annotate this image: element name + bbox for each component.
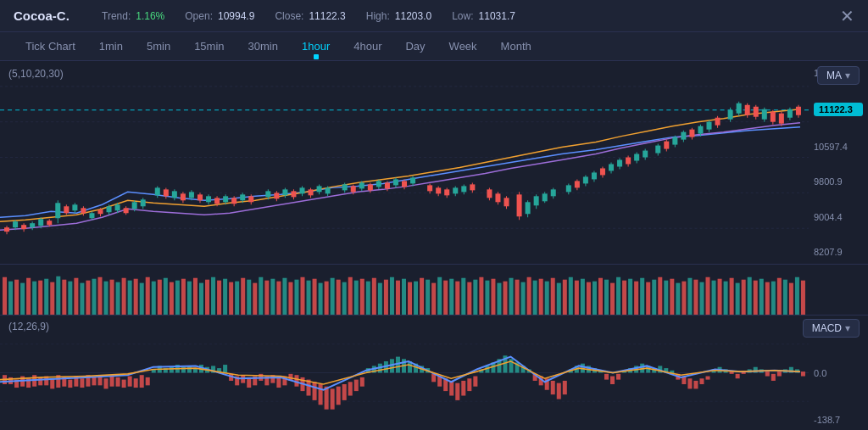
svg-rect-282 (610, 283, 615, 315)
svg-rect-15 (38, 219, 43, 226)
svg-rect-265 (509, 278, 514, 315)
svg-rect-109 (470, 184, 475, 190)
svg-rect-229 (294, 280, 298, 315)
svg-rect-448 (777, 371, 782, 376)
svg-rect-441 (736, 374, 740, 378)
svg-rect-137 (609, 164, 614, 170)
svg-rect-240 (360, 279, 364, 315)
tf-5min[interactable]: 5min (135, 36, 182, 56)
tf-4hour[interactable]: 4hour (342, 36, 393, 56)
tf-month[interactable]: Month (489, 36, 543, 56)
svg-rect-314 (801, 281, 805, 315)
macd-chevron-icon: ▾ (845, 322, 850, 334)
svg-rect-337 (116, 377, 120, 387)
ma-params-label: (5,10,20,30) (8, 68, 64, 80)
svg-rect-243 (378, 283, 382, 315)
svg-rect-364 (276, 377, 281, 388)
svg-rect-185 (32, 282, 36, 315)
svg-rect-55 (214, 198, 220, 204)
svg-rect-103 (444, 189, 449, 195)
svg-rect-167 (745, 105, 750, 115)
close-label: Close: (275, 10, 303, 22)
svg-rect-231 (307, 281, 311, 315)
svg-rect-163 (728, 110, 733, 120)
svg-rect-301 (724, 282, 728, 315)
ma-label: MA (826, 70, 842, 81)
svg-rect-49 (189, 192, 194, 198)
svg-rect-341 (140, 375, 144, 388)
svg-rect-186 (38, 281, 42, 315)
svg-rect-303 (736, 283, 740, 315)
svg-rect-291 (664, 281, 668, 315)
macd-indicator-control[interactable]: MACD ▾ (803, 319, 860, 338)
svg-rect-205 (152, 282, 156, 315)
svg-rect-396 (467, 378, 471, 391)
svg-rect-419 (604, 374, 609, 380)
svg-rect-222 (253, 283, 257, 315)
svg-rect-105 (453, 187, 458, 193)
svg-rect-71 (291, 191, 296, 197)
svg-rect-93 (393, 179, 398, 185)
candlestick-chart[interactable]: (5,10,20,30) MA ▾ 11393.9 11122.3 10597.… (0, 61, 868, 265)
svg-rect-257 (461, 278, 465, 315)
tf-day[interactable]: Day (393, 36, 437, 56)
svg-rect-224 (264, 281, 269, 315)
ma-pill[interactable]: MA ▾ (817, 66, 860, 85)
svg-rect-200 (122, 278, 126, 315)
svg-rect-302 (730, 278, 734, 315)
tf-15min[interactable]: 15min (182, 36, 236, 56)
svg-rect-279 (593, 282, 597, 315)
tf-tick-chart[interactable]: Tick Chart (14, 36, 87, 56)
svg-rect-335 (104, 378, 108, 388)
svg-rect-9 (13, 221, 18, 227)
svg-rect-329 (68, 380, 72, 388)
svg-rect-45 (172, 191, 177, 198)
svg-rect-237 (342, 282, 347, 315)
svg-rect-259 (473, 280, 477, 315)
svg-rect-346 (170, 367, 174, 373)
svg-rect-223 (259, 277, 263, 315)
svg-rect-181 (8, 282, 13, 315)
svg-rect-69 (282, 189, 287, 195)
svg-rect-63 (248, 196, 253, 202)
low-value: 11031.7 (479, 10, 515, 22)
svg-rect-267 (521, 282, 526, 315)
svg-rect-339 (128, 377, 132, 387)
svg-rect-273 (557, 283, 561, 315)
svg-rect-51 (198, 194, 203, 200)
macd-label: MACD (812, 322, 842, 334)
svg-rect-67 (274, 193, 279, 198)
volume-svg: /* volume bars generated below */ (0, 265, 809, 315)
macd-pill[interactable]: MACD ▾ (803, 319, 860, 338)
svg-rect-125 (551, 189, 556, 196)
svg-rect-189 (56, 276, 60, 315)
svg-rect-221 (247, 280, 251, 315)
svg-rect-331 (80, 378, 84, 388)
svg-rect-307 (760, 279, 764, 315)
close-stat: Close: 11122.3 (275, 10, 345, 22)
tf-30min[interactable]: 30min (236, 36, 290, 56)
trend-stat: Trend: 1.16% (102, 10, 164, 22)
tf-week[interactable]: Week (437, 36, 489, 56)
ma-indicator-control[interactable]: MA ▾ (817, 66, 860, 85)
svg-rect-213 (199, 283, 203, 315)
svg-rect-280 (598, 278, 603, 315)
tf-1hour[interactable]: 1hour (290, 36, 342, 56)
svg-rect-227 (282, 278, 287, 315)
svg-rect-244 (384, 280, 388, 315)
svg-rect-107 (461, 186, 466, 192)
svg-rect-297 (699, 282, 704, 315)
close-button[interactable]: ✕ (840, 8, 854, 25)
svg-rect-75 (309, 189, 314, 195)
price-mid3: 9004.4 (814, 212, 863, 222)
svg-rect-281 (604, 280, 609, 315)
svg-rect-209 (175, 281, 180, 315)
svg-rect-420 (610, 377, 615, 384)
macd-svg (0, 316, 809, 430)
svg-rect-269 (533, 281, 537, 315)
tf-1min[interactable]: 1min (87, 36, 135, 56)
svg-rect-87 (368, 184, 373, 190)
svg-rect-305 (748, 277, 752, 315)
svg-rect-274 (563, 280, 567, 315)
high-label: High: (366, 10, 390, 22)
